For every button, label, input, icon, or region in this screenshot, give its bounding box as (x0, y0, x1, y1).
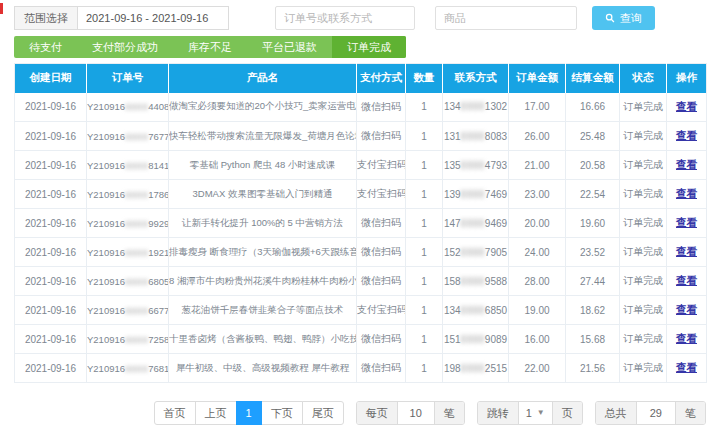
masked-segment: 8888 (461, 218, 485, 229)
cell-contact: 13188888083 (443, 122, 509, 151)
view-link[interactable]: 查看 (676, 274, 697, 286)
search-button[interactable]: 查询 (592, 6, 655, 30)
prev-page-button[interactable]: 上页 (195, 401, 237, 425)
orders-table: 创建日期订单号产品名支付方式数量联系方式订单金额结算金额状态操作 2021-09… (14, 63, 707, 383)
view-link[interactable]: 查看 (676, 245, 697, 257)
cell-order-amount: 24.00 (509, 238, 566, 267)
cell-settle-amount: 21.56 (566, 354, 620, 383)
pager: 首页 上页 1 下页 尾页 (154, 401, 344, 425)
cell-contact: 14788889469 (443, 209, 509, 238)
cell-settle-amount: 20.58 (566, 151, 620, 180)
cell-product-name: 葱花油饼千层春饼韭菜合子等面点技术 (169, 296, 357, 325)
cell-order-number: Y21091688881786 (87, 180, 169, 209)
masked-segment: 8888 (125, 189, 148, 200)
cell-create-date: 2021-09-16 (15, 180, 87, 209)
masked-segment: 8888 (461, 189, 485, 200)
view-link[interactable]: 查看 (676, 100, 697, 112)
status-tab[interactable]: 平台已退款 (247, 36, 332, 58)
cell-quantity: 1 (406, 93, 443, 122)
cell-action: 查看 (667, 151, 707, 180)
cell-action: 查看 (667, 354, 707, 383)
cell-action: 查看 (667, 122, 707, 151)
cell-quantity: 1 (406, 325, 443, 354)
per-page-group: 每页 笔 (356, 401, 465, 425)
column-header: 支付方式 (357, 64, 406, 93)
cell-create-date: 2021-09-16 (15, 296, 87, 325)
cell-order-amount: 16.00 (509, 325, 566, 354)
product-search-input[interactable] (435, 6, 577, 30)
cell-quantity: 1 (406, 354, 443, 383)
cell-action: 查看 (667, 325, 707, 354)
search-button-label: 查询 (620, 11, 642, 26)
first-page-button[interactable]: 首页 (154, 401, 196, 425)
cell-payment-method: 微信扫码 (357, 325, 406, 354)
view-link[interactable]: 查看 (676, 332, 697, 344)
cell-create-date: 2021-09-16 (15, 93, 87, 122)
status-tab[interactable]: 支付部分成功 (77, 36, 173, 58)
column-header: 操作 (667, 64, 707, 93)
cell-quantity: 1 (406, 267, 443, 296)
table-row: 2021-09-16Y21091688886677葱花油饼千层春饼韭菜合子等面点… (15, 296, 707, 325)
cell-order-number: Y21091688886677 (87, 296, 169, 325)
status-tab[interactable]: 待支付 (14, 36, 77, 58)
cell-quantity: 1 (406, 180, 443, 209)
view-link[interactable]: 查看 (676, 187, 697, 199)
current-page-button[interactable]: 1 (236, 401, 262, 425)
masked-segment: 8888 (125, 247, 148, 258)
status-tab-bar: 待支付支付部分成功库存不足平台已退款订单完成 (14, 36, 406, 58)
cell-payment-method: 微信扫码 (357, 93, 406, 122)
cell-action: 查看 (667, 267, 707, 296)
total-count: 29 (636, 402, 676, 424)
jump-label: 跳转 (478, 402, 518, 424)
cell-payment-method: 微信扫码 (357, 354, 406, 383)
pagination-bar: 首页 上页 1 下页 尾页 每页 笔 跳转 1 ▼ 页 总共 29 笔 (154, 401, 706, 425)
date-range-input[interactable] (77, 6, 229, 30)
date-range-label: 范围选择 (14, 6, 77, 30)
masked-segment: 8888 (461, 131, 485, 142)
table-body: 2021-09-16Y21091688884408做淘宝必须要知道的20个小技巧… (15, 93, 707, 383)
table-row: 2021-09-16Y21091688881921排毒瘦身 断食理疗（3天瑜伽视… (15, 238, 707, 267)
status-tab[interactable]: 库存不足 (173, 36, 247, 58)
cell-order-number: Y21091688887677 (87, 122, 169, 151)
cell-quantity: 1 (406, 151, 443, 180)
column-header: 订单号 (87, 64, 169, 93)
table-row: 2021-09-16Y21091688889929让新手转化提升 100%的 5… (15, 209, 707, 238)
page-select[interactable]: 1 ▼ (518, 402, 553, 424)
cell-payment-method: 支付宝扫码 (357, 151, 406, 180)
cell-create-date: 2021-09-16 (15, 325, 87, 354)
per-page-input[interactable] (397, 402, 435, 424)
masked-segment: 8888 (125, 305, 148, 316)
cell-contact: 19888882515 (443, 354, 509, 383)
caret-down-icon: ▼ (537, 402, 545, 424)
next-page-button[interactable]: 下页 (261, 401, 303, 425)
cell-order-number: Y21091688886805 (87, 267, 169, 296)
cell-status: 订单完成 (620, 209, 667, 238)
status-tab-active[interactable]: 订单完成 (332, 36, 406, 58)
cell-settle-amount: 27.44 (566, 267, 620, 296)
cell-order-amount: 22.00 (509, 354, 566, 383)
cell-settle-amount: 19.60 (566, 209, 620, 238)
jump-group: 跳转 1 ▼ 页 (477, 401, 583, 425)
column-header: 数量 (406, 64, 443, 93)
view-link[interactable]: 查看 (676, 158, 697, 170)
cell-product-name: 3DMAX 效果图零基础入门到精通 (169, 180, 357, 209)
table-row: 2021-09-16Y210916888817863DMAX 效果图零基础入门到… (15, 180, 707, 209)
cell-payment-method: 支付宝扫码 (357, 296, 406, 325)
table-header-row: 创建日期订单号产品名支付方式数量联系方式订单金额结算金额状态操作 (15, 64, 707, 93)
order-search-input[interactable] (275, 6, 415, 30)
cell-order-number: Y21091688889929 (87, 209, 169, 238)
view-link[interactable]: 查看 (676, 129, 697, 141)
last-page-button[interactable]: 尾页 (302, 401, 344, 425)
view-link[interactable]: 查看 (676, 216, 697, 228)
table-row: 2021-09-16Y21091688884408做淘宝必须要知道的20个小技巧… (15, 93, 707, 122)
masked-segment: 8888 (461, 334, 485, 345)
cell-payment-method: 微信扫码 (357, 122, 406, 151)
cell-contact: 13988887469 (443, 180, 509, 209)
column-header: 结算金额 (566, 64, 620, 93)
view-link[interactable]: 查看 (676, 303, 697, 315)
cell-contact: 15888889588 (443, 267, 509, 296)
cell-create-date: 2021-09-16 (15, 238, 87, 267)
view-link[interactable]: 查看 (676, 361, 697, 373)
cell-product-name: 让新手转化提升 100%的 5 中营销方法 (169, 209, 357, 238)
table-row: 2021-09-16Y21091688887258十里香卤烤（含酱板鸭、鸭翅、鸭… (15, 325, 707, 354)
